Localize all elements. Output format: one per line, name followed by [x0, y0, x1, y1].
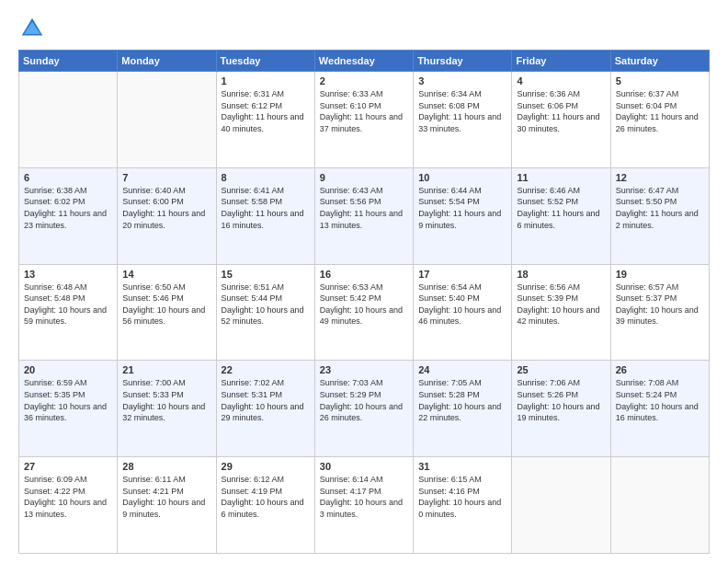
- day-number: 27: [24, 461, 112, 472]
- weekday-tuesday: Tuesday: [216, 51, 314, 72]
- table-row: 26Sunrise: 7:08 AM Sunset: 5:24 PM Dayli…: [610, 361, 709, 457]
- table-row: 21Sunrise: 7:00 AM Sunset: 5:33 PM Dayli…: [118, 361, 216, 457]
- day-info: Sunrise: 6:12 AM Sunset: 4:19 PM Dayligh…: [222, 474, 310, 520]
- table-row: 4Sunrise: 6:36 AM Sunset: 6:06 PM Daylig…: [512, 72, 610, 168]
- day-number: 25: [517, 364, 605, 375]
- weekday-thursday: Thursday: [414, 51, 512, 72]
- table-row: 10Sunrise: 6:44 AM Sunset: 5:54 PM Dayli…: [414, 167, 512, 264]
- logo: [18, 15, 51, 42]
- day-info: Sunrise: 6:56 AM Sunset: 5:39 PM Dayligh…: [517, 282, 605, 327]
- table-row: 24Sunrise: 7:05 AM Sunset: 5:28 PM Dayli…: [414, 361, 512, 457]
- day-info: Sunrise: 6:31 AM Sunset: 6:12 PM Dayligh…: [222, 88, 310, 134]
- table-row: 3Sunrise: 6:34 AM Sunset: 6:08 PM Daylig…: [414, 72, 512, 168]
- weekday-header-row: SundayMondayTuesdayWednesdayThursdayFrid…: [19, 51, 710, 72]
- day-info: Sunrise: 6:14 AM Sunset: 4:17 PM Dayligh…: [320, 474, 408, 520]
- day-info: Sunrise: 6:46 AM Sunset: 5:52 PM Dayligh…: [517, 185, 605, 231]
- day-number: 9: [320, 172, 408, 183]
- day-number: 12: [616, 172, 704, 183]
- day-number: 26: [616, 364, 704, 375]
- day-info: Sunrise: 6:59 AM Sunset: 5:35 PM Dayligh…: [24, 377, 112, 423]
- day-number: 17: [418, 269, 506, 280]
- day-number: 3: [418, 75, 506, 86]
- weekday-friday: Friday: [512, 51, 610, 72]
- day-info: Sunrise: 6:33 AM Sunset: 6:10 PM Dayligh…: [320, 88, 408, 134]
- day-number: 29: [222, 461, 310, 472]
- table-row: 19Sunrise: 6:57 AM Sunset: 5:37 PM Dayli…: [610, 264, 709, 361]
- table-row: 14Sunrise: 6:50 AM Sunset: 5:46 PM Dayli…: [118, 264, 216, 361]
- table-row: 18Sunrise: 6:56 AM Sunset: 5:39 PM Dayli…: [512, 264, 610, 361]
- table-row: 6Sunrise: 6:38 AM Sunset: 6:02 PM Daylig…: [19, 167, 118, 264]
- calendar-row-3: 13Sunrise: 6:48 AM Sunset: 5:48 PM Dayli…: [19, 264, 710, 361]
- day-info: Sunrise: 6:53 AM Sunset: 5:42 PM Dayligh…: [320, 282, 408, 327]
- day-number: 5: [616, 75, 704, 86]
- day-info: Sunrise: 6:57 AM Sunset: 5:37 PM Dayligh…: [616, 282, 704, 327]
- day-number: 14: [122, 269, 210, 280]
- day-info: Sunrise: 6:36 AM Sunset: 6:06 PM Dayligh…: [517, 88, 605, 134]
- calendar-row-2: 6Sunrise: 6:38 AM Sunset: 6:02 PM Daylig…: [19, 167, 710, 264]
- day-number: 24: [418, 364, 506, 375]
- day-info: Sunrise: 7:08 AM Sunset: 5:24 PM Dayligh…: [616, 377, 704, 423]
- day-number: 31: [418, 461, 506, 472]
- table-row: [19, 72, 118, 168]
- calendar-row-1: 1Sunrise: 6:31 AM Sunset: 6:12 PM Daylig…: [19, 72, 710, 168]
- day-number: 7: [122, 172, 210, 183]
- day-number: 19: [616, 269, 704, 280]
- table-row: 16Sunrise: 6:53 AM Sunset: 5:42 PM Dayli…: [314, 264, 413, 361]
- day-info: Sunrise: 6:38 AM Sunset: 6:02 PM Dayligh…: [24, 185, 112, 231]
- header: [18, 15, 710, 42]
- weekday-monday: Monday: [118, 51, 216, 72]
- day-info: Sunrise: 6:44 AM Sunset: 5:54 PM Dayligh…: [418, 185, 506, 231]
- logo-icon: [18, 15, 46, 42]
- table-row: [118, 72, 216, 168]
- table-row: 30Sunrise: 6:14 AM Sunset: 4:17 PM Dayli…: [314, 457, 413, 554]
- table-row: 28Sunrise: 6:11 AM Sunset: 4:21 PM Dayli…: [118, 457, 216, 554]
- weekday-saturday: Saturday: [610, 51, 709, 72]
- table-row: 15Sunrise: 6:51 AM Sunset: 5:44 PM Dayli…: [216, 264, 314, 361]
- day-number: 30: [320, 461, 408, 472]
- day-info: Sunrise: 6:15 AM Sunset: 4:16 PM Dayligh…: [418, 474, 506, 520]
- table-row: 13Sunrise: 6:48 AM Sunset: 5:48 PM Dayli…: [19, 264, 118, 361]
- day-number: 11: [517, 172, 605, 183]
- table-row: 12Sunrise: 6:47 AM Sunset: 5:50 PM Dayli…: [610, 167, 709, 264]
- day-info: Sunrise: 6:34 AM Sunset: 6:08 PM Dayligh…: [418, 88, 506, 134]
- day-info: Sunrise: 7:00 AM Sunset: 5:33 PM Dayligh…: [122, 377, 210, 423]
- day-info: Sunrise: 7:03 AM Sunset: 5:29 PM Dayligh…: [320, 377, 408, 423]
- table-row: 11Sunrise: 6:46 AM Sunset: 5:52 PM Dayli…: [512, 167, 610, 264]
- table-row: 2Sunrise: 6:33 AM Sunset: 6:10 PM Daylig…: [314, 72, 413, 168]
- day-info: Sunrise: 6:09 AM Sunset: 4:22 PM Dayligh…: [24, 474, 112, 520]
- table-row: 25Sunrise: 7:06 AM Sunset: 5:26 PM Dayli…: [512, 361, 610, 457]
- day-number: 15: [222, 269, 310, 280]
- day-info: Sunrise: 6:51 AM Sunset: 5:44 PM Dayligh…: [222, 282, 310, 327]
- day-info: Sunrise: 6:43 AM Sunset: 5:56 PM Dayligh…: [320, 185, 408, 231]
- day-info: Sunrise: 6:40 AM Sunset: 6:00 PM Dayligh…: [122, 185, 210, 231]
- day-number: 18: [517, 269, 605, 280]
- day-number: 20: [24, 364, 112, 375]
- day-info: Sunrise: 7:06 AM Sunset: 5:26 PM Dayligh…: [517, 377, 605, 423]
- day-info: Sunrise: 6:37 AM Sunset: 6:04 PM Dayligh…: [616, 88, 704, 134]
- table-row: [610, 457, 709, 554]
- table-row: 22Sunrise: 7:02 AM Sunset: 5:31 PM Dayli…: [216, 361, 314, 457]
- table-row: 7Sunrise: 6:40 AM Sunset: 6:00 PM Daylig…: [118, 167, 216, 264]
- day-info: Sunrise: 6:48 AM Sunset: 5:48 PM Dayligh…: [24, 282, 112, 327]
- day-number: 2: [320, 75, 408, 86]
- table-row: 23Sunrise: 7:03 AM Sunset: 5:29 PM Dayli…: [314, 361, 413, 457]
- page: SundayMondayTuesdayWednesdayThursdayFrid…: [0, 0, 728, 563]
- table-row: 27Sunrise: 6:09 AM Sunset: 4:22 PM Dayli…: [19, 457, 118, 554]
- day-number: 10: [418, 172, 506, 183]
- day-info: Sunrise: 6:47 AM Sunset: 5:50 PM Dayligh…: [616, 185, 704, 231]
- weekday-wednesday: Wednesday: [314, 51, 413, 72]
- table-row: 5Sunrise: 6:37 AM Sunset: 6:04 PM Daylig…: [610, 72, 709, 168]
- day-info: Sunrise: 6:54 AM Sunset: 5:40 PM Dayligh…: [418, 282, 506, 327]
- table-row: 8Sunrise: 6:41 AM Sunset: 5:58 PM Daylig…: [216, 167, 314, 264]
- day-info: Sunrise: 7:05 AM Sunset: 5:28 PM Dayligh…: [418, 377, 506, 423]
- day-number: 4: [517, 75, 605, 86]
- day-info: Sunrise: 6:11 AM Sunset: 4:21 PM Dayligh…: [122, 474, 210, 520]
- day-number: 28: [122, 461, 210, 472]
- day-info: Sunrise: 6:50 AM Sunset: 5:46 PM Dayligh…: [122, 282, 210, 327]
- table-row: 9Sunrise: 6:43 AM Sunset: 5:56 PM Daylig…: [314, 167, 413, 264]
- day-number: 1: [222, 75, 310, 86]
- day-info: Sunrise: 6:41 AM Sunset: 5:58 PM Dayligh…: [222, 185, 310, 231]
- day-info: Sunrise: 7:02 AM Sunset: 5:31 PM Dayligh…: [222, 377, 310, 423]
- table-row: 1Sunrise: 6:31 AM Sunset: 6:12 PM Daylig…: [216, 72, 314, 168]
- day-number: 22: [222, 364, 310, 375]
